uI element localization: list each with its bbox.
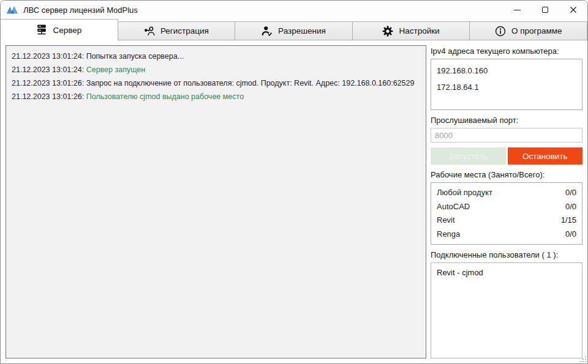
workplaces-label: Рабочие места (Занято/Всего): [431, 170, 582, 179]
workplaces-table: Любой продукт 0/0 AutoCAD 0/0 Revit 1/15… [431, 182, 582, 245]
start-server-button[interactable]: Запустить [431, 147, 506, 165]
window-title: ЛВС сервер лицензий ModPlus [23, 6, 503, 15]
info-icon [495, 26, 506, 37]
app-window: ЛВС сервер лицензий ModPlus [0, 0, 588, 364]
workplace-row: AutoCAD 0/0 [437, 200, 576, 214]
server-buttons: Запустить Остановить [431, 147, 582, 165]
tab-registration[interactable]: Регистрация [118, 21, 236, 40]
workplace-row: Renga 0/0 [437, 228, 576, 242]
log-message: Запрос на подключение от пользователя: c… [86, 79, 415, 87]
tab-server[interactable]: Сервер [1, 19, 118, 40]
ipv4-address: 192.168.0.160 [437, 62, 576, 79]
log-entry: 21.12.2023 13:01:24: Сервер запущен [12, 63, 420, 76]
log-timestamp: 21.12.2023 13:01:26: [12, 92, 84, 101]
log-entry: 21.12.2023 13:01:26: Запрос на подключен… [12, 76, 420, 90]
server-icon [36, 24, 47, 35]
server-side-panel: Ipv4 адреса текущего компьютера: 192.168… [431, 45, 582, 358]
tab-label: Регистрация [160, 26, 209, 35]
log-message: Попытка запуска сервера... [86, 52, 184, 61]
close-button[interactable] [559, 1, 587, 19]
workplace-count: 0/0 [565, 186, 576, 200]
user-check-icon [262, 26, 273, 37]
close-icon [570, 6, 577, 13]
gear-icon [382, 26, 393, 37]
workplace-product: Revit [437, 214, 455, 228]
log-entry: 21.12.2023 13:01:26: Пользователю cjmod … [12, 90, 420, 103]
minimize-button[interactable] [503, 1, 531, 19]
tab-label: Настройки [399, 26, 439, 35]
ipv4-list[interactable]: 192.168.0.160 172.18.64.1 [431, 59, 582, 110]
titlebar: ЛВС сервер лицензий ModPlus [1, 1, 587, 19]
maximize-icon [542, 7, 548, 13]
minimize-icon [514, 10, 521, 10]
workplace-row: Любой продукт 0/0 [437, 186, 576, 200]
log-message: Пользователю cjmod выдано рабочее место [86, 92, 244, 101]
tab-about[interactable]: О программе [470, 21, 587, 40]
workplace-product: Любой продукт [437, 186, 492, 200]
ipv4-label: Ipv4 адреса текущего компьютера: [431, 46, 582, 56]
tab-label: Сервер [53, 26, 81, 35]
tab-label: О программе [511, 26, 562, 35]
tab-settings[interactable]: Настройки [353, 21, 470, 40]
workplace-product: Renga [437, 228, 460, 242]
log-timestamp: 21.12.2023 13:01:26: [12, 79, 84, 87]
port-input[interactable] [431, 128, 582, 143]
log-timestamp: 21.12.2023 13:01:24: [12, 52, 84, 61]
port-label: Прослушиваемый порт: [431, 116, 582, 125]
workplace-count: 0/0 [565, 200, 576, 214]
workplace-count: 1/15 [561, 214, 576, 228]
workplace-count: 0/0 [565, 228, 576, 242]
ipv4-address: 172.18.64.1 [437, 79, 576, 95]
stop-server-button[interactable]: Остановить [508, 147, 583, 165]
server-log[interactable]: 21.12.2023 13:01:24: Попытка запуска сер… [6, 45, 426, 358]
resize-grip[interactable] [580, 356, 586, 362]
tab-permissions[interactable]: Разрешения [235, 21, 353, 40]
connected-users-list[interactable]: Revit - cjmod [431, 262, 582, 358]
tab-strip: Сервер Регистрация Разрешения [1, 19, 587, 40]
log-message: Сервер запущен [86, 65, 146, 74]
window-controls [503, 1, 587, 19]
tab-label: Разрешения [278, 26, 326, 35]
server-tab-content: 21.12.2023 13:01:24: Попытка запуска сер… [1, 40, 587, 363]
connected-users-label: Подключенные пользователи ( 1 ): [431, 250, 582, 259]
log-entry: 21.12.2023 13:01:24: Попытка запуска сер… [12, 50, 420, 63]
connected-user-item[interactable]: Revit - cjmod [437, 266, 576, 280]
modplus-logo-icon [6, 5, 18, 15]
workplace-row: Revit 1/15 [437, 214, 576, 228]
workplace-product: AutoCAD [437, 200, 470, 214]
log-timestamp: 21.12.2023 13:01:24: [12, 65, 84, 74]
maximize-button[interactable] [531, 1, 559, 19]
key-user-icon [144, 26, 155, 37]
